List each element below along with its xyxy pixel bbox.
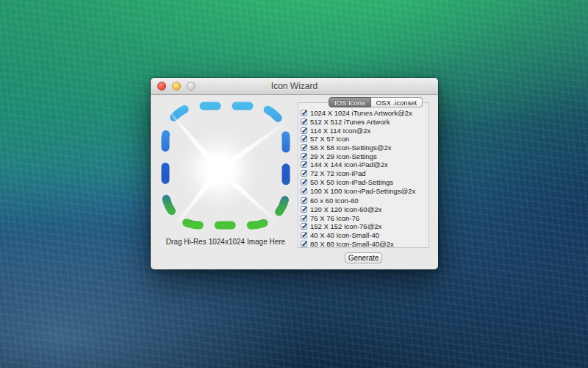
icon-size-label: 120 X 120 Icon-60@2x bbox=[310, 205, 381, 213]
icon-size-label: 80 X 80 Icon-Small-40@2x bbox=[310, 240, 394, 248]
tab-bar: IOS Icons OSX .iconset bbox=[329, 97, 423, 107]
icon-size-option[interactable]: ✓ 100 X 100 Icon-iPad-Settings@2x bbox=[298, 186, 429, 195]
icon-size-option[interactable]: ✓ 152 X 152 Icon-76@2x bbox=[298, 222, 429, 231]
icon-size-label: 72 X 72 Icon-iPad bbox=[310, 169, 366, 177]
icon-size-option[interactable]: ✓ 72 X 72 Icon-iPad bbox=[298, 169, 429, 178]
icon-size-option[interactable]: ✓ 29 X 29 Icon-Settings bbox=[298, 152, 429, 160]
checkbox[interactable]: ✓ bbox=[301, 223, 307, 230]
icon-size-label: 114 X 114 Icon@2x bbox=[310, 127, 370, 135]
checkbox[interactable]: ✓ bbox=[301, 161, 307, 168]
window-content: Drag Hi-Res 1024x1024 Image Here IOS Ico… bbox=[151, 95, 438, 269]
icon-size-list: ✓ 1024 X 1024 iTunes Artwork@2x ✓ 512 X … bbox=[298, 102, 429, 248]
icon-size-option[interactable]: ✓ 114 X 114 Icon@2x bbox=[298, 126, 429, 135]
icon-size-label: 60 x 60 Icon-60 bbox=[310, 197, 359, 205]
icon-size-label: 57 X 57 Icon bbox=[310, 135, 349, 143]
icon-size-label: 50 X 50 Icon-iPad-Settings bbox=[310, 178, 393, 186]
icon-size-option[interactable]: ✓ 50 X 50 Icon-iPad-Settings bbox=[298, 178, 429, 187]
ios7-icon-group: ✓ 60 x 60 Icon-60 ✓ 120 X 120 Icon-60@2x… bbox=[298, 197, 429, 248]
icon-size-option[interactable]: ✓ 120 X 120 Icon-60@2x bbox=[298, 205, 429, 214]
checkbox[interactable]: ✓ bbox=[301, 179, 307, 185]
checkbox[interactable]: ✓ bbox=[301, 197, 307, 204]
icon-size-option[interactable]: ✓ 57 X 57 Icon bbox=[298, 135, 429, 144]
icon-size-label: 152 X 152 Icon-76@2x bbox=[310, 222, 381, 230]
icon-size-option[interactable]: ✓ 1024 X 1024 iTunes Artwork@2x bbox=[298, 109, 429, 118]
icon-size-label: 144 X 144 Icon-iPad@2x bbox=[310, 160, 388, 169]
checkbox[interactable]: ✓ bbox=[301, 206, 307, 213]
icon-size-option[interactable]: ✓ 80 X 80 Icon-Small-40@2x bbox=[298, 239, 429, 248]
icon-size-label: 512 X 512 iTunes Artwork bbox=[310, 118, 390, 126]
icon-wizard-window: Icon Wizard bbox=[151, 78, 438, 269]
icon-size-label: 58 X 58 Icon-Settings@2x bbox=[310, 144, 392, 152]
iphone-icon-group: ✓ 1024 X 1024 iTunes Artwork@2x ✓ 512 X … bbox=[298, 109, 429, 195]
window-titlebar[interactable]: Icon Wizard bbox=[151, 78, 438, 95]
icon-size-label: 29 X 29 Icon-Settings bbox=[310, 152, 377, 160]
icon-size-label: 40 X 40 Icon-Small-40 bbox=[310, 231, 379, 239]
checkbox[interactable]: ✓ bbox=[301, 153, 307, 160]
window-title: Icon Wizard bbox=[151, 78, 438, 94]
tab-osx-iconset[interactable]: OSX .iconset bbox=[371, 97, 423, 107]
icon-size-option[interactable]: ✓ 60 x 60 Icon-60 bbox=[298, 197, 429, 205]
generate-button[interactable]: Generate bbox=[345, 252, 382, 263]
checkbox[interactable]: ✓ bbox=[301, 144, 307, 151]
checkbox[interactable]: ✓ bbox=[301, 232, 307, 238]
icon-size-option[interactable]: ✓ 40 X 40 Icon-Small-40 bbox=[298, 231, 429, 240]
icon-size-label: 100 X 100 Icon-iPad-Settings@2x bbox=[310, 187, 415, 195]
checkbox[interactable]: ✓ bbox=[301, 110, 307, 116]
checkbox[interactable]: ✓ bbox=[301, 170, 307, 177]
checkbox[interactable]: ✓ bbox=[301, 215, 307, 222]
checkbox[interactable]: ✓ bbox=[301, 188, 307, 194]
icon-dropzone[interactable] bbox=[157, 98, 295, 238]
checkbox[interactable]: ✓ bbox=[301, 135, 307, 142]
dropzone-caption: Drag Hi-Res 1024x1024 Image Here bbox=[157, 238, 295, 246]
desktop: Icon Wizard bbox=[0, 0, 588, 368]
icon-size-option[interactable]: ✓ 512 X 512 iTunes Artwork bbox=[298, 118, 429, 127]
tab-ios-icons[interactable]: IOS Icons bbox=[329, 97, 371, 107]
icon-size-label: 76 X 76 Icon-76 bbox=[310, 214, 359, 222]
icon-size-option[interactable]: ✓ 58 X 58 Icon-Settings@2x bbox=[298, 144, 429, 152]
checkbox[interactable]: ✓ bbox=[301, 127, 307, 134]
checkbox[interactable]: ✓ bbox=[301, 241, 307, 247]
checkbox[interactable]: ✓ bbox=[301, 118, 307, 125]
icon-size-label: 1024 X 1024 iTunes Artwork@2x bbox=[310, 109, 412, 117]
icon-size-option[interactable]: ✓ 144 X 144 Icon-iPad@2x bbox=[298, 160, 429, 169]
icon-size-option[interactable]: ✓ 76 X 76 Icon-76 bbox=[298, 213, 429, 222]
